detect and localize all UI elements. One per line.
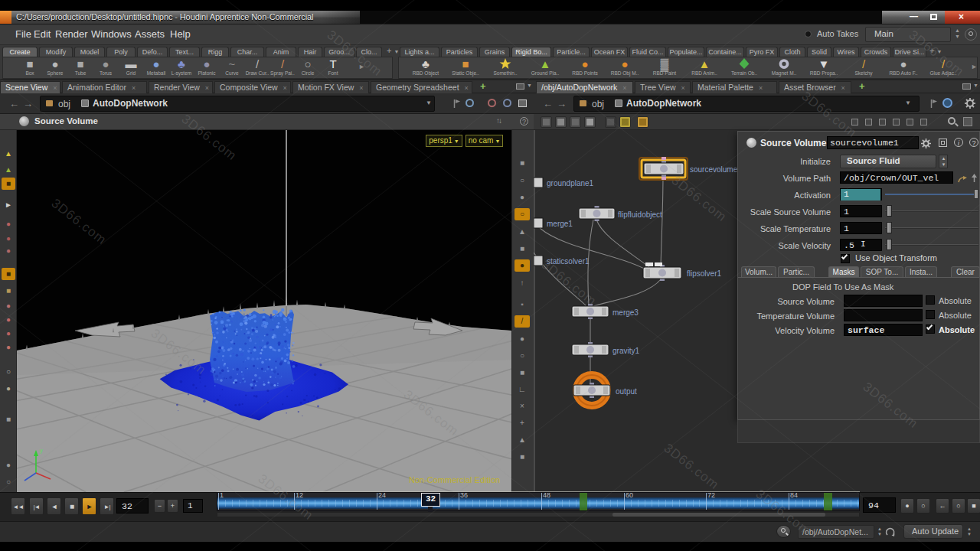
svg-text:y: y xyxy=(40,447,43,454)
svg-text:merge1: merge1 xyxy=(547,220,573,228)
svg-text:flipsolver1: flipsolver1 xyxy=(687,269,721,278)
svg-text:output: output xyxy=(616,387,637,396)
svg-text:Non-Commercial Edition: Non-Commercial Edition xyxy=(409,475,500,484)
svg-text:groundplane1: groundplane1 xyxy=(547,179,594,187)
svg-text:sourcevolume1: sourcevolume1 xyxy=(690,165,742,174)
